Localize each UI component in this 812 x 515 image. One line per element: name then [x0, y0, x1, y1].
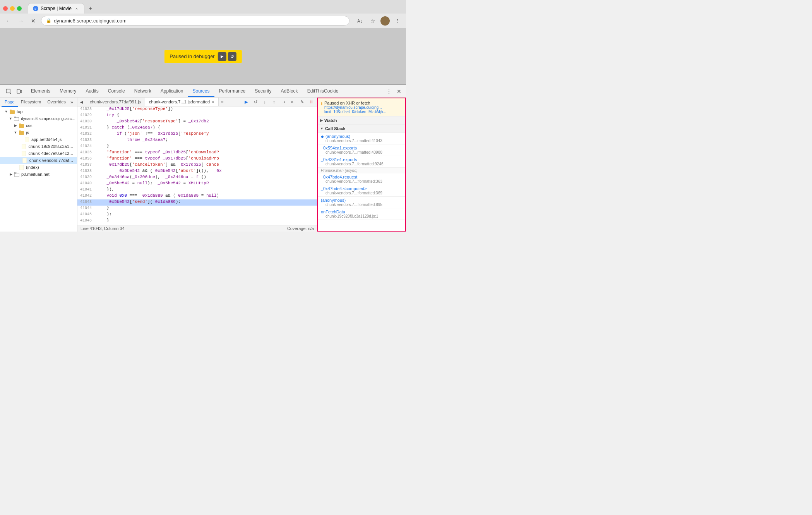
call-stack-arrow-icon: ▼: [320, 127, 324, 130]
devtools-body: Page Filesystem Overrides » ⋮ ▼: [0, 98, 406, 232]
translate-button[interactable]: A文: [356, 16, 365, 26]
tree-item-app-js[interactable]: ▶ app.5ef0d454.js: [0, 136, 77, 143]
resume-debugger-button[interactable]: ▶: [242, 98, 250, 106]
code-back-button[interactable]: ◀: [77, 98, 86, 106]
folder-js-icon: [19, 130, 24, 135]
minimize-window-button[interactable]: [10, 6, 15, 11]
code-line-41033: 41033 throw _0x24aea7;: [77, 137, 317, 144]
watch-section-header[interactable]: ▶ Watch: [318, 117, 405, 125]
pretty-print-button[interactable]: ✎: [298, 98, 306, 106]
call-fn-1: _0x594ca1.exports: [321, 146, 402, 150]
step-over-button[interactable]: ↺: [228, 52, 236, 61]
code-line-41032: 41032 if ('json' !== _0x17db25['response…: [77, 131, 317, 137]
svg-rect-21: [19, 165, 24, 170]
tree-label-css: css: [26, 123, 33, 128]
tree-item-domain[interactable]: ▼ dynamic6.scrape.cuiqingcai.com: [0, 115, 77, 122]
profile-avatar[interactable]: [380, 16, 390, 26]
call-stack-item-0[interactable]: ◆ (anonymous) chunk-vendors.7...rmatted:…: [318, 133, 405, 144]
file-index-icon: [19, 165, 24, 170]
tree-label-chunk1: chunk-19c920f8.c3a1129d.js: [29, 144, 75, 149]
step-over-debugger-button[interactable]: ↺: [251, 98, 260, 106]
code-tabs-more-button[interactable]: »: [219, 98, 226, 106]
browser-tab[interactable]: S Scrape | Movie ×: [28, 3, 84, 14]
maximize-window-button[interactable]: [17, 6, 22, 11]
tree-label-js: js: [26, 130, 29, 135]
browser-chrome: S Scrape | Movie × + ← → ✕ 🔒 dynamic6.sc…: [0, 0, 406, 28]
url-text: dynamic6.scrape.cuiqingcai.com: [54, 18, 127, 24]
call-stack-section-header[interactable]: ▼ Call Stack: [318, 125, 405, 133]
call-fn-0: ◆ (anonymous): [321, 134, 402, 139]
svg-line-6: [10, 93, 11, 94]
svg-rect-8: [21, 90, 22, 93]
tab-adblock[interactable]: AdBlock: [276, 86, 303, 97]
url-field[interactable]: 🔒 dynamic6.scrape.cuiqingcai.com: [41, 16, 349, 26]
code-line-41040: 41040 _0x5be542 = null); _0x5be542 = XML…: [77, 181, 317, 187]
tab-security[interactable]: Security: [250, 86, 276, 97]
panel-tab-filesystem[interactable]: Filesystem: [18, 98, 45, 107]
more-button[interactable]: ⋮: [393, 16, 402, 26]
devtools-tabs: Elements Memory Audits Console Network A…: [0, 85, 406, 98]
tab-sources[interactable]: Sources: [188, 86, 214, 97]
tab-application[interactable]: Application: [156, 86, 188, 97]
tree-label-index: (index): [26, 165, 39, 170]
panel-tab-overrides[interactable]: Overrides: [44, 98, 69, 107]
tab-performance[interactable]: Performance: [214, 86, 250, 97]
call-fn-2: _0x4381e1.exports: [321, 157, 402, 162]
file-app-js-icon: [24, 137, 29, 142]
reload-button[interactable]: ✕: [29, 16, 38, 26]
bookmark-button[interactable]: ☆: [368, 16, 377, 26]
devtools-close-button[interactable]: ✕: [394, 88, 404, 94]
tree-item-css[interactable]: ▶ css: [0, 122, 77, 129]
step-button[interactable]: ⇥: [279, 98, 288, 106]
cloud-folder-icon: [14, 116, 19, 121]
step-into-button[interactable]: ↓: [260, 98, 269, 106]
device-toggle-button[interactable]: [15, 87, 24, 96]
svg-rect-17: [25, 137, 29, 142]
tree-item-p0[interactable]: ▶ p0.meituan.net: [0, 171, 77, 178]
call-stack-item-1[interactable]: _0x594ca1.exports chunk-vendors.7...rmat…: [318, 144, 405, 156]
tree-item-index[interactable]: ▶ (index): [0, 164, 77, 171]
tab-elements[interactable]: Elements: [26, 86, 55, 97]
panel-tab-page[interactable]: Page: [2, 98, 18, 107]
pause-on-exception-button[interactable]: ⏸: [307, 98, 315, 106]
tree-item-chunk2[interactable]: ▶ chunk-4dec7ef0.e4c2b130.js: [0, 150, 77, 157]
call-stack-item-7[interactable]: onFetchData chunk-19c920f8.c3a1129d.js:1: [318, 208, 405, 220]
tree-item-chunk-vendors[interactable]: ▶ chunk-vendors.77daf991.js: [0, 157, 77, 164]
tab-audits[interactable]: Audits: [81, 86, 103, 97]
info-content: Paused on XHR or fetch https://dynamic6.…: [324, 101, 386, 114]
call-stack-item-2[interactable]: _0x4381e1.exports chunk-vendors.7...form…: [318, 156, 405, 168]
back-button[interactable]: ←: [4, 16, 13, 26]
code-tab-chunk-vendors[interactable]: chunk-vendors.77daf991.js: [86, 98, 145, 106]
status-coverage: Coverage: n/a: [287, 226, 314, 231]
call-stack-item-4[interactable]: _0x47bde4.request chunk-vendors.7...:for…: [318, 173, 405, 185]
inspect-icon-button[interactable]: [4, 87, 13, 96]
tab-network[interactable]: Network: [130, 86, 156, 97]
call-stack-item-6[interactable]: (anonymous) chunk-vendors.7...:formatted…: [318, 197, 405, 208]
close-window-button[interactable]: [3, 6, 8, 11]
forward-button[interactable]: →: [16, 16, 26, 26]
panel-more-button[interactable]: »: [69, 98, 75, 106]
code-tab-formatted[interactable]: chunk-vendors.7...1.js:formatted ✕: [145, 98, 219, 106]
resume-button[interactable]: ▶: [218, 52, 226, 61]
code-editor[interactable]: 41028 _0x17db25['responseType']) 41029 t…: [77, 106, 317, 225]
call-location-6: chunk-vendors.7...:formatted:895: [321, 203, 402, 207]
tree-item-chunk1[interactable]: ▶ chunk-19c920f8.c3a1129d.js: [0, 143, 77, 150]
tree-item-js[interactable]: ▼ js: [0, 129, 77, 136]
devtools-more-button[interactable]: ⋮: [384, 89, 394, 94]
tab-close-button[interactable]: ×: [74, 6, 79, 11]
tab-memory[interactable]: Memory: [55, 86, 81, 97]
code-tab-close-button[interactable]: ✕: [211, 100, 214, 104]
call-stack-item-5[interactable]: _0x47bde4.<computed> chunk-vendors.7...:…: [318, 185, 405, 197]
tab-console[interactable]: Console: [103, 86, 130, 97]
code-controls: ▶ ↺ ↓ ↑ ⇥ ⇤ ✎ ⏸: [242, 98, 317, 106]
code-line-41044: 41044 }: [77, 206, 317, 212]
status-position: Line 41043, Column 34: [81, 226, 125, 231]
new-tab-button[interactable]: +: [86, 4, 95, 13]
deactivate-breakpoints-button[interactable]: ⇤: [288, 98, 297, 106]
code-line-41029: 41029 try {: [77, 113, 317, 119]
step-out-button[interactable]: ↑: [270, 98, 278, 106]
tree-item-top[interactable]: ▼ top: [0, 108, 77, 115]
address-bar: ← → ✕ 🔒 dynamic6.scrape.cuiqingcai.com A…: [0, 14, 406, 28]
tab-editthiscookie[interactable]: EditThisCookie: [303, 86, 343, 97]
call-stack-separator: Promise.then (async): [318, 168, 405, 173]
